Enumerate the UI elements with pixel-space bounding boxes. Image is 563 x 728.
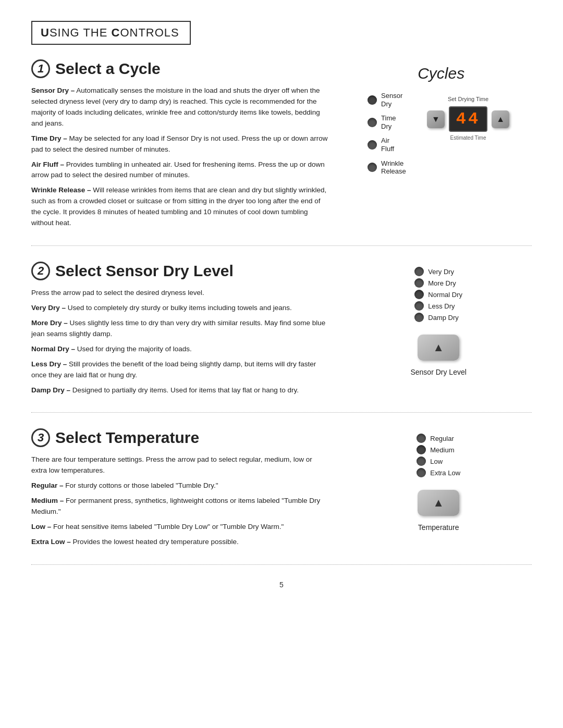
sensor-dry-label: SensorDry bbox=[381, 92, 402, 108]
cycles-columns: SensorDry TimeDry AirFluff WrinkleReleas… bbox=[368, 92, 509, 176]
more-dry-text: Uses slightly less time to dry than very… bbox=[31, 319, 325, 338]
temp-medium: Medium bbox=[417, 445, 454, 454]
less-dry-term: Less Dry – bbox=[31, 360, 67, 368]
more-dry-term: More Dry – bbox=[31, 319, 68, 327]
temp-regular: Regular bbox=[417, 434, 454, 443]
step1-time-dry: Time Dry – May be selected for any load … bbox=[31, 133, 329, 155]
more-dry-level-label: More Dry bbox=[428, 279, 456, 287]
level-damp-dry: Damp Dry bbox=[414, 313, 459, 322]
very-dry-led bbox=[414, 267, 424, 276]
step2-less-dry: Less Dry – Still provides the benefit of… bbox=[31, 359, 329, 381]
very-dry-level-label: Very Dry bbox=[428, 268, 454, 276]
step2-left: 2 Select Sensor Dry Level Press the arro… bbox=[31, 262, 329, 400]
damp-dry-level-label: Damp Dry bbox=[428, 314, 459, 322]
air-fluff-led bbox=[368, 140, 377, 150]
medium-led bbox=[417, 445, 426, 454]
timer-panel: Set Drying Time ▼ 44 ▲ Estimated Time bbox=[417, 96, 509, 141]
low-text: For heat sensitive items labeled "Tumble… bbox=[53, 523, 284, 530]
step2-title: Select Sensor Dry Level bbox=[55, 262, 234, 280]
time-dry-term: Time Dry – bbox=[31, 134, 67, 142]
time-dry-text: May be selected for any load if Sensor D… bbox=[31, 134, 328, 153]
level-more-dry: More Dry bbox=[414, 278, 456, 288]
step2-damp-dry: Damp Dry – Designed to partially dry ite… bbox=[31, 385, 329, 396]
extra-low-temp-label: Extra Low bbox=[430, 469, 460, 477]
timer-display: 44 bbox=[449, 106, 487, 132]
extra-low-term: Extra Low – bbox=[31, 538, 71, 546]
time-dry-led bbox=[368, 118, 377, 127]
regular-text: For sturdy cottons or those labeled "Tum… bbox=[65, 482, 218, 489]
step2-circle: 2 bbox=[31, 262, 50, 280]
time-dry-label: TimeDry bbox=[381, 114, 396, 130]
sensor-level-up-button[interactable]: ▲ bbox=[418, 335, 459, 361]
extra-low-led bbox=[417, 468, 426, 477]
set-drying-label: Set Drying Time bbox=[448, 96, 488, 102]
step3-extra-low: Extra Low – Provides the lowest heated d… bbox=[31, 537, 329, 548]
normal-dry-term: Normal Dry – bbox=[31, 345, 75, 353]
wrinkle-led bbox=[368, 163, 377, 172]
step1-sensor-dry: Sensor Dry – Automatically senses the mo… bbox=[31, 85, 329, 129]
timer-up-button[interactable]: ▲ bbox=[492, 110, 509, 128]
normal-dry-level-label: Normal Dry bbox=[428, 291, 462, 299]
temperature-up-button[interactable]: ▲ bbox=[418, 490, 459, 516]
temp-extra-low: Extra Low bbox=[417, 468, 460, 477]
wrinkle-label: WrinkleRelease bbox=[381, 159, 406, 176]
step3-low: Low – For heat sensitive items labeled "… bbox=[31, 522, 329, 533]
step1-wrinkle: Wrinkle Release – Will release wrinkles … bbox=[31, 185, 329, 229]
cycle-sensor-dry: SensorDry bbox=[368, 92, 406, 108]
normal-dry-text: Used for drying the majority of loads. bbox=[77, 345, 192, 353]
air-fluff-text: Provides tumbling in unheated air. Used … bbox=[31, 161, 325, 179]
page-header: Using the Controls bbox=[31, 21, 191, 45]
step2-section: 2 Select Sensor Dry Level Press the arro… bbox=[31, 262, 532, 413]
very-dry-term: Very Dry – bbox=[31, 304, 66, 312]
step3-heading: 3 Select Temperature bbox=[31, 428, 329, 447]
low-temp-label: Low bbox=[430, 458, 443, 465]
step3-circle: 3 bbox=[31, 428, 50, 447]
step1-right: Cycles SensorDry TimeDry AirFluff bbox=[345, 59, 532, 233]
step2-heading: 2 Select Sensor Dry Level bbox=[31, 262, 329, 280]
step3-regular: Regular – For sturdy cottons or those la… bbox=[31, 480, 329, 491]
step2-right: Very Dry More Dry Normal Dry Less Dry Da… bbox=[345, 262, 532, 400]
step2-normal-dry: Normal Dry – Used for drying the majorit… bbox=[31, 344, 329, 355]
step1-heading: 1 Select a Cycle bbox=[31, 59, 329, 78]
step3-intro: There are four temperature settings. Pre… bbox=[31, 454, 329, 476]
temp-low: Low bbox=[417, 456, 443, 466]
cycles-panel: Cycles SensorDry TimeDry AirFluff bbox=[368, 65, 509, 176]
medium-text: For permanent press, synthetics, lightwe… bbox=[31, 497, 320, 515]
sensor-dry-panel: Very Dry More Dry Normal Dry Less Dry Da… bbox=[410, 267, 466, 376]
step3-title: Select Temperature bbox=[55, 429, 199, 447]
step3-section: 3 Select Temperature There are four temp… bbox=[31, 428, 532, 564]
medium-temp-label: Medium bbox=[430, 446, 454, 454]
damp-dry-led bbox=[414, 313, 424, 322]
sensor-dry-panel-label: Sensor Dry Level bbox=[410, 368, 466, 376]
step1-left: 1 Select a Cycle Sensor Dry – Automatica… bbox=[31, 59, 329, 233]
cycle-air-fluff: AirFluff bbox=[368, 137, 406, 153]
low-term: Low – bbox=[31, 523, 51, 530]
very-dry-text: Used to completely dry sturdy or bulky i… bbox=[68, 304, 292, 312]
step3-right: Regular Medium Low Extra Low ▲ Temperatu… bbox=[345, 428, 532, 551]
estimated-time-label: Estimated Time bbox=[450, 135, 486, 141]
timer-down-button[interactable]: ▼ bbox=[427, 110, 445, 128]
cycles-list: SensorDry TimeDry AirFluff WrinkleReleas… bbox=[368, 92, 406, 176]
temperature-panel-label: Temperature bbox=[418, 523, 459, 532]
cycle-wrinkle-release: WrinkleRelease bbox=[368, 159, 406, 176]
extra-low-text: Provides the lowest heated dry temperatu… bbox=[73, 538, 239, 546]
step2-very-dry: Very Dry – Used to completely dry sturdy… bbox=[31, 303, 329, 314]
level-list: Very Dry More Dry Normal Dry Less Dry Da… bbox=[414, 267, 462, 322]
damp-dry-term: Damp Dry – bbox=[31, 386, 70, 394]
less-dry-level-label: Less Dry bbox=[428, 302, 455, 310]
page-title: Using the Controls bbox=[41, 26, 179, 40]
less-dry-text: Still provides the benefit of the load b… bbox=[31, 360, 316, 379]
step2-intro: Press the arrow pad to select the desire… bbox=[31, 288, 329, 299]
cycles-title: Cycles bbox=[412, 65, 464, 82]
normal-dry-led bbox=[414, 290, 424, 299]
temp-level-list: Regular Medium Low Extra Low bbox=[417, 434, 460, 477]
more-dry-led bbox=[414, 278, 424, 288]
sensor-dry-term: Sensor Dry – bbox=[31, 87, 75, 94]
air-fluff-term: Air Fluff – bbox=[31, 161, 64, 168]
timer-row: ▼ 44 ▲ bbox=[427, 106, 509, 132]
air-fluff-label: AirFluff bbox=[381, 137, 394, 153]
step3-medium: Medium – For permanent press, synthetics… bbox=[31, 496, 329, 517]
level-less-dry: Less Dry bbox=[414, 301, 455, 311]
level-very-dry: Very Dry bbox=[414, 267, 454, 276]
wrinkle-term: Wrinkle Release – bbox=[31, 186, 91, 194]
